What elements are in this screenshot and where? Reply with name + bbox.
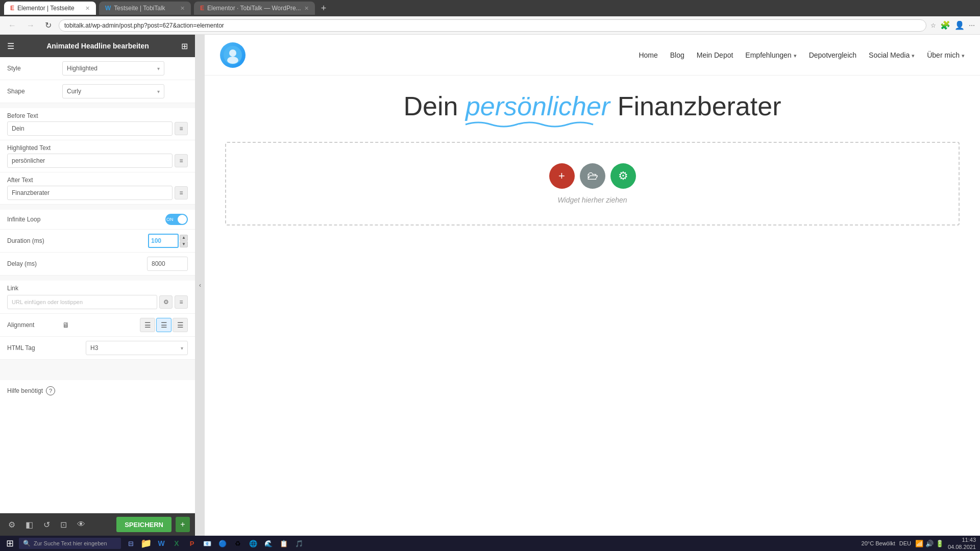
tab-testseite-tobitalk[interactable]: W Testseite | TobiTalk ✕ <box>99 2 191 15</box>
taskbar-right: 20°C Bewölkt DEU 📶 🔊 🔋 11:43 04.08.2021 <box>862 536 976 551</box>
tab-elementor-wordpress[interactable]: E Elementor · TobiTalk — WordPre... ✕ <box>194 2 315 15</box>
highlighted-text-input[interactable]: persönlicher <box>7 154 173 168</box>
nav-social-media[interactable]: Social Media <box>869 51 915 59</box>
section-gap-2 <box>0 205 195 210</box>
headline-highlighted: persönlicher <box>465 91 610 121</box>
style-dropdown[interactable]: Highlighted ▾ <box>62 61 164 76</box>
main-layout: ☰ Animated Headline bearbeiten ⊞ Style H… <box>0 35 980 536</box>
svg-point-2 <box>227 57 238 64</box>
powerpoint-btn[interactable]: P <box>185 537 199 550</box>
new-tab-button[interactable]: + <box>318 3 330 14</box>
excel-btn[interactable]: X <box>170 537 183 550</box>
toggle-on-icon: ON <box>166 217 174 222</box>
before-text-icon-btn[interactable]: ≡ <box>175 122 188 135</box>
tab-favicon-3: E <box>200 5 204 12</box>
html-tag-row: HTML Tag H3 ▾ <box>0 337 195 360</box>
nav-home[interactable]: Home <box>639 51 657 59</box>
add-widget-button[interactable]: + <box>549 163 575 189</box>
responsive-icon[interactable]: ⊡ <box>57 518 70 532</box>
link-list-btn[interactable]: ≡ <box>175 295 188 309</box>
duration-input[interactable]: 100 <box>148 234 179 248</box>
hamburger-icon[interactable]: ☰ <box>7 41 14 51</box>
forward-button[interactable]: → <box>23 20 38 31</box>
before-text-input[interactable]: Dein <box>7 121 173 136</box>
after-text-input[interactable]: Finanzberater <box>7 186 173 200</box>
alignment-label: Alignment <box>7 321 58 329</box>
site-nav: Home Blog Mein Depot Empfehlungen Depotv… <box>205 35 980 76</box>
nav-depotvergleich[interactable]: Depotvergleich <box>809 51 856 59</box>
app6-btn[interactable]: 🔵 <box>216 537 229 550</box>
app5-btn[interactable]: 📧 <box>201 537 214 550</box>
save-button[interactable]: SPEICHERN <box>116 517 172 532</box>
align-left-btn[interactable]: ☰ <box>140 318 155 332</box>
tab-close-icon[interactable]: ✕ <box>85 5 90 12</box>
grid-icon[interactable]: ⊞ <box>181 41 188 51</box>
site-menu: Home Blog Mein Depot Empfehlungen Depotv… <box>639 51 965 59</box>
link-settings-btn[interactable]: ⚙ <box>159 295 173 309</box>
style-label: Style <box>7 65 58 72</box>
explorer-btn[interactable]: 📁 <box>139 537 153 550</box>
panel-footer: Hilfe benötigt ? <box>0 380 195 402</box>
highlighted-text-icon-btn[interactable]: ≡ <box>175 154 188 167</box>
chrome-btn[interactable]: 🌐 <box>247 537 260 550</box>
wifi-icon[interactable]: 📶 <box>915 540 923 547</box>
extension-icon[interactable]: 🧩 <box>940 20 950 30</box>
bookmark-icon[interactable]: ☆ <box>930 22 936 29</box>
settings-widget-button[interactable]: ⚙ <box>610 163 636 189</box>
volume-icon[interactable]: 🔊 <box>925 540 934 547</box>
tab-close-icon-3[interactable]: ✕ <box>304 5 309 12</box>
preview-icon[interactable]: 👁 <box>74 518 88 531</box>
windows-start-icon[interactable]: ⊞ <box>4 538 16 549</box>
reload-button[interactable]: ↻ <box>42 19 55 31</box>
battery-icon[interactable]: 🔋 <box>936 540 944 547</box>
html-tag-label: HTML Tag <box>7 344 58 352</box>
html-tag-dropdown[interactable]: H3 ▾ <box>86 341 188 355</box>
shape-dropdown[interactable]: Curly ▾ <box>62 84 164 98</box>
after-text-label: After Text <box>7 177 58 184</box>
history-icon[interactable]: ↺ <box>40 518 53 532</box>
nav-empfehlungen[interactable]: Empfehlungen <box>745 51 796 59</box>
panel-collapse-btn[interactable]: ‹ <box>195 35 205 536</box>
task-view-btn[interactable]: ⊟ <box>124 537 137 550</box>
site-logo[interactable] <box>220 42 246 68</box>
word-btn[interactable]: W <box>155 537 168 550</box>
nav-ueber-mich[interactable]: Über mich <box>927 51 965 59</box>
help-link[interactable]: Hilfe benötigt ? <box>7 386 188 395</box>
app7-btn[interactable]: ♻ <box>231 537 244 550</box>
layers-icon[interactable]: ◧ <box>22 518 36 532</box>
tab-elementor-testseite[interactable]: E Elementor | Testseite ✕ <box>4 2 96 15</box>
settings-icon[interactable]: ⋯ <box>969 22 975 29</box>
link-input[interactable]: URL einfügen oder lostippen <box>7 295 157 309</box>
settings-toolbar-icon[interactable]: ⚙ <box>5 518 18 532</box>
url-bar[interactable]: tobitalk.at/wp-admin/post.php?post=627&a… <box>59 19 926 32</box>
align-right-btn[interactable]: ☰ <box>173 318 188 332</box>
duration-down-btn[interactable]: ▼ <box>180 241 188 247</box>
headline-section: Dein persönlicher Finanzberater <box>205 76 980 137</box>
infinite-loop-toggle[interactable]: ON <box>165 214 188 225</box>
help-icon: ? <box>46 386 55 395</box>
highlighted-text-label: Highlighted Text <box>7 144 58 152</box>
nav-blog[interactable]: Blog <box>670 51 684 59</box>
taskbar: ⊞ 🔍 Zur Suche Text hier eingeben ⊟ 📁 W X… <box>0 536 980 551</box>
save-plus-button[interactable]: + <box>176 517 190 532</box>
website-preview: Home Blog Mein Depot Empfehlungen Depotv… <box>205 35 980 536</box>
tab-close-icon-2[interactable]: ✕ <box>180 5 185 12</box>
nav-mein-depot[interactable]: Mein Depot <box>697 51 733 59</box>
after-text-icon-btn[interactable]: ≡ <box>175 186 188 199</box>
app9-btn[interactable]: 🎵 <box>292 537 306 550</box>
taskbar-search-bar[interactable]: 🔍 Zur Suche Text hier eingeben <box>19 538 121 549</box>
duration-up-btn[interactable]: ▲ <box>180 235 188 241</box>
taskbar-clock[interactable]: 11:43 04.08.2021 <box>948 536 976 551</box>
headline: Dein persönlicher Finanzberater <box>225 91 960 121</box>
edge-btn[interactable]: 🌊 <box>262 537 275 550</box>
svg-point-1 <box>229 49 236 57</box>
profile-icon[interactable]: 👤 <box>954 20 965 30</box>
delay-input[interactable]: 8000 <box>147 257 188 271</box>
style-value: Highlighted <box>67 65 97 72</box>
app8-btn[interactable]: 📋 <box>277 537 290 550</box>
folder-button[interactable]: 🗁 <box>580 163 605 189</box>
back-button[interactable]: ← <box>5 20 19 31</box>
align-center-btn[interactable]: ☰ <box>156 318 172 332</box>
duration-input-wrap: 100 ▲ ▼ <box>148 234 188 248</box>
section-gap-1 <box>0 103 195 108</box>
